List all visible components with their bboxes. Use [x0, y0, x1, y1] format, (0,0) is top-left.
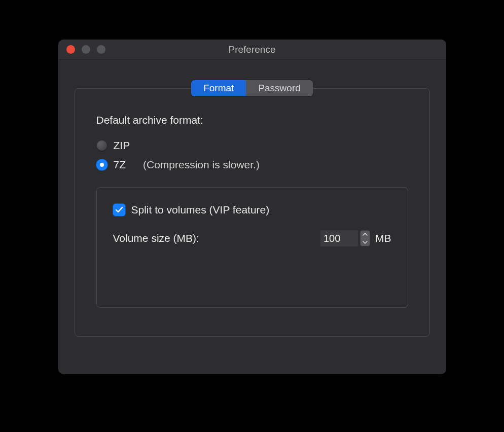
- preference-window: Preference Format Password Default archi…: [58, 40, 446, 374]
- split-checkbox[interactable]: [113, 204, 125, 216]
- volume-size-unit: MB: [375, 232, 391, 244]
- radio-row-7z[interactable]: 7Z (Compression is slower.): [96, 159, 408, 171]
- volume-size-input[interactable]: [320, 230, 358, 246]
- split-panel: Split to volumes (VIP feature) Volume si…: [96, 187, 408, 308]
- radio-zip-label: ZIP: [114, 139, 130, 152]
- volume-size-row: Volume size (MB): MB: [113, 230, 391, 246]
- radio-7z-label: 7Z: [114, 159, 126, 171]
- radio-7z-note: (Compression is slower.): [143, 159, 260, 171]
- close-button[interactable]: [66, 45, 75, 54]
- tab-format[interactable]: Format: [191, 80, 246, 96]
- stepper-up[interactable]: [360, 230, 370, 238]
- radio-zip[interactable]: [96, 140, 107, 151]
- chevron-down-icon: [363, 241, 368, 244]
- stepper-down[interactable]: [360, 238, 370, 246]
- titlebar: Preference: [58, 40, 446, 60]
- split-label: Split to volumes (VIP feature): [131, 204, 270, 216]
- radio-7z[interactable]: [96, 159, 107, 170]
- tab-bar: Format Password: [191, 80, 313, 96]
- tab-password[interactable]: Password: [246, 80, 312, 96]
- volume-size-label: Volume size (MB):: [113, 232, 321, 244]
- chevron-up-icon: [363, 233, 368, 236]
- volume-size-stepper[interactable]: [360, 230, 370, 246]
- check-icon: [115, 206, 123, 214]
- maximize-button[interactable]: [97, 45, 105, 54]
- default-format-label: Default archive format:: [96, 114, 408, 126]
- radio-row-zip[interactable]: ZIP: [96, 139, 408, 152]
- split-check-row[interactable]: Split to volumes (VIP feature): [113, 204, 391, 216]
- window-title: Preference: [58, 44, 446, 55]
- format-panel: Default archive format: ZIP 7Z (Compress…: [75, 88, 430, 337]
- traffic-lights: [66, 45, 105, 54]
- minimize-button[interactable]: [82, 45, 90, 54]
